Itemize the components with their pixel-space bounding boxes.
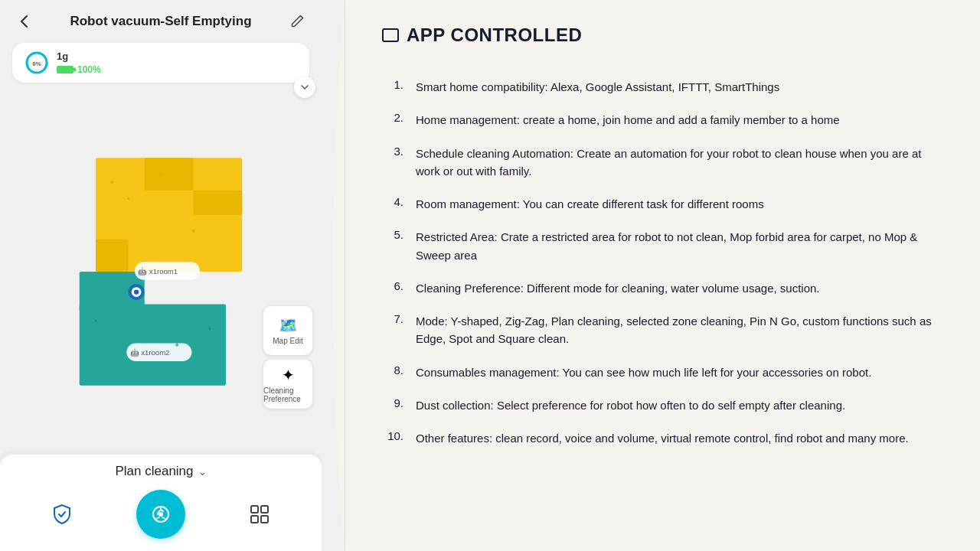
feature-item: 6. Cleaning Preference: Different mode f… <box>382 272 943 305</box>
app-controlled-header: APP CONTROLLED <box>382 24 943 46</box>
feature-text: Schedule cleaning Automation: Create an … <box>416 145 943 181</box>
plan-cleaning-text: Plan cleaning <box>115 464 193 479</box>
svg-point-21 <box>94 319 96 321</box>
svg-point-22 <box>175 344 178 347</box>
svg-point-25 <box>158 512 163 517</box>
feature-text: Other features: clean record, voice and … <box>416 429 943 447</box>
cleaning-pref-button[interactable]: ✦ Cleaning Preference <box>263 360 312 409</box>
cleaning-pref-label: Cleaning Preference <box>263 386 312 403</box>
svg-point-9 <box>110 181 113 184</box>
bottom-bar: Plan cleaning ⌄ <box>0 455 322 551</box>
page-title: Robot vacuum-Self Emptying <box>70 14 251 29</box>
left-panel: Robot vacuum-Self Emptying 0% 1g 100% <box>0 0 322 551</box>
svg-rect-28 <box>251 516 258 523</box>
features-list: 1. Smart home compatibility: Alexa, Goog… <box>382 70 943 455</box>
battery-name: 1g <box>57 51 101 62</box>
feature-item: 8. Consumables management: You can see h… <box>382 356 943 389</box>
svg-point-11 <box>159 172 162 175</box>
feature-num: 8. <box>382 364 403 377</box>
edit-button[interactable] <box>285 9 309 34</box>
bottom-actions <box>15 490 306 539</box>
svg-text:0%: 0% <box>32 60 41 67</box>
map-edit-icon: 🗺️ <box>279 316 298 334</box>
right-panel: APP CONTROLLED 1. Smart home compatibili… <box>345 0 980 551</box>
svg-point-13 <box>191 230 194 233</box>
battery-info: 1g 100% <box>57 51 101 75</box>
rooms-button[interactable] <box>240 494 279 534</box>
svg-rect-6 <box>96 240 129 272</box>
feature-item: 7. Mode: Y-shaped, Zig-Zag, Plan cleanin… <box>382 305 943 356</box>
tablet-icon <box>382 28 399 42</box>
top-bar: Robot vacuum-Self Emptying <box>0 0 322 43</box>
map-area: 🤖 x1room1 🤖 x1room2 🗺️ Map Edit ✦ Cleani… <box>9 89 312 455</box>
app-controlled-title: APP CONTROLLED <box>407 24 582 46</box>
feature-num: 1. <box>382 78 403 91</box>
map-svg: 🤖 x1room1 🤖 x1room2 <box>15 142 306 402</box>
feature-item: 4. Room management: You can create diffe… <box>382 187 943 220</box>
battery-bar: 0% 1g 100% <box>12 43 309 83</box>
back-button[interactable] <box>12 9 37 34</box>
svg-text:🤖 x1room2: 🤖 x1room2 <box>130 348 170 357</box>
map-edit-label: Map Edit <box>273 337 302 345</box>
svg-rect-26 <box>251 506 258 513</box>
feature-item: 2. Home management: create a home, join … <box>382 103 943 136</box>
plan-cleaning-row[interactable]: Plan cleaning ⌄ <box>115 464 206 479</box>
svg-text:🤖 x1room1: 🤖 x1room1 <box>138 267 178 276</box>
feature-text: Home management: create a home, join hom… <box>416 111 943 129</box>
feature-text: Mode: Y-shaped, Zig-Zag, Plan cleaning, … <box>416 312 943 348</box>
feature-num: 7. <box>382 312 403 325</box>
svg-point-23 <box>208 328 211 330</box>
map-edit-button[interactable]: 🗺️ Map Edit <box>263 306 312 355</box>
svg-rect-4 <box>145 158 194 191</box>
shield-button[interactable] <box>42 494 82 534</box>
feature-item: 9. Dust collection: Select preference fo… <box>382 389 943 422</box>
feature-text: Dust collection: Select preference for r… <box>416 396 943 414</box>
divider <box>322 0 345 551</box>
collapse-button[interactable] <box>294 77 315 98</box>
feature-num: 3. <box>382 145 403 158</box>
feature-text: Room management: You can create differen… <box>416 195 943 213</box>
feature-item: 3. Schedule cleaning Automation: Create … <box>382 137 943 188</box>
feature-text: Cleaning Preference: Different mode for … <box>416 279 943 297</box>
svg-point-10 <box>127 197 129 200</box>
svg-rect-27 <box>261 506 268 513</box>
svg-rect-29 <box>261 516 268 523</box>
svg-point-18 <box>134 289 139 294</box>
battery-pct: 100% <box>77 64 101 75</box>
feature-num: 4. <box>382 195 403 208</box>
feature-item: 1. Smart home compatibility: Alexa, Goog… <box>382 70 943 103</box>
feature-item: 10. Other features: clean record, voice … <box>382 422 943 455</box>
plan-cleaning-chevron-icon: ⌄ <box>198 466 207 478</box>
start-clean-button[interactable] <box>136 490 185 539</box>
feature-num: 9. <box>382 396 403 409</box>
battery-icon <box>57 66 74 73</box>
feature-num: 5. <box>382 228 403 241</box>
feature-num: 10. <box>382 429 403 442</box>
battery-level: 100% <box>57 64 101 75</box>
svg-point-12 <box>224 205 227 207</box>
feature-item: 5. Restricted Area: Crate a restricted a… <box>382 220 943 272</box>
cleaning-pref-icon: ✦ <box>282 366 295 384</box>
battery-circle: 0% <box>24 51 49 75</box>
feature-text: Consumables management: You can see how … <box>416 364 943 381</box>
feature-num: 6. <box>382 279 403 292</box>
map-controls: 🗺️ Map Edit ✦ Cleaning Preference <box>263 306 312 409</box>
svg-rect-5 <box>194 191 243 215</box>
feature-text: Restricted Area: Crate a restricted area… <box>416 228 943 264</box>
feature-num: 2. <box>382 111 403 124</box>
feature-text: Smart home compatibility: Alexa, Google … <box>416 78 943 96</box>
